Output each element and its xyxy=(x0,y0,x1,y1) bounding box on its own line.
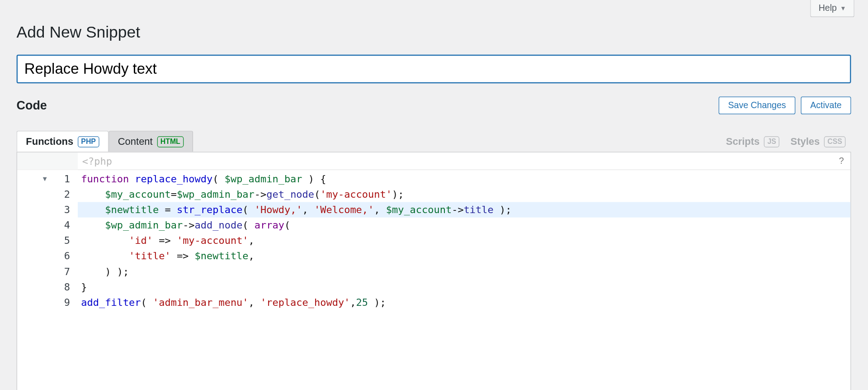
editor-help-icon[interactable]: ? xyxy=(839,156,844,166)
php-badge: PHP xyxy=(78,136,99,147)
tab-styles: Styles CSS xyxy=(785,131,851,152)
php-open-tag-hint: <?php xyxy=(78,155,112,167)
tab-functions[interactable]: Functions PHP xyxy=(17,131,108,152)
line-number: 1 xyxy=(51,171,70,186)
tab-scripts-label: Scripts xyxy=(726,136,760,147)
save-button[interactable]: Save Changes xyxy=(719,97,796,114)
line-number: 7 xyxy=(51,264,70,279)
activate-button[interactable]: Activate xyxy=(801,97,851,114)
fold-marker-icon[interactable]: ▼ xyxy=(17,171,47,186)
editor-tabs: Functions PHP Content HTML Scripts JS St… xyxy=(17,131,851,152)
tab-functions-label: Functions xyxy=(26,136,73,147)
tab-content[interactable]: Content HTML xyxy=(108,131,193,152)
help-button[interactable]: Help ▼ xyxy=(810,0,854,17)
fold-gutter: ▼ xyxy=(17,170,52,310)
code-content[interactable]: function replace_howdy( $wp_admin_bar ) … xyxy=(78,170,850,310)
css-badge: CSS xyxy=(824,136,845,147)
tab-scripts: Scripts JS xyxy=(721,131,785,152)
tab-styles-label: Styles xyxy=(791,136,820,147)
line-number: 9 xyxy=(51,295,70,310)
code-heading: Code xyxy=(17,98,713,113)
line-number: 4 xyxy=(51,218,70,233)
page-title: Add New Snippet xyxy=(17,23,851,41)
chevron-down-icon: ▼ xyxy=(840,5,846,12)
line-number: 6 xyxy=(51,248,70,264)
html-badge: HTML xyxy=(157,136,184,147)
line-number: 3 xyxy=(51,202,70,218)
tab-content-label: Content xyxy=(118,136,153,147)
help-label: Help xyxy=(819,3,837,13)
code-editor[interactable]: <?php ? ▼ 1 2 3 4 5 6 7 8 9 funct xyxy=(17,152,851,390)
line-number: 2 xyxy=(51,186,70,202)
help-tab[interactable]: Help ▼ xyxy=(810,0,854,17)
snippet-title-input[interactable] xyxy=(17,55,851,83)
js-badge: JS xyxy=(764,136,779,147)
line-number-gutter: 1 2 3 4 5 6 7 8 9 xyxy=(51,170,78,310)
gutter-header xyxy=(17,152,78,170)
line-number: 8 xyxy=(51,279,70,295)
line-number: 5 xyxy=(51,233,70,248)
